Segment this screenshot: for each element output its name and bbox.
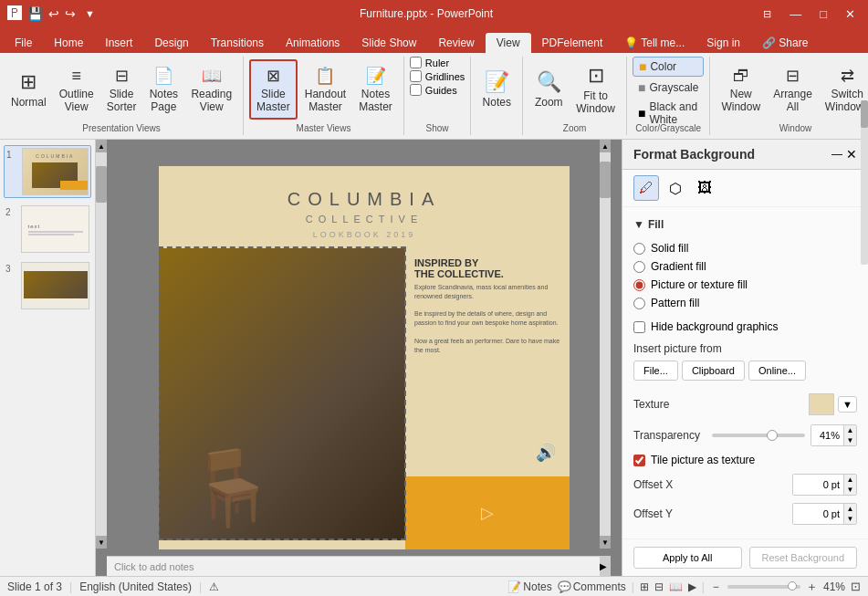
guides-check[interactable]: Guides xyxy=(410,84,465,96)
offset-y-value[interactable] xyxy=(793,504,843,524)
next-slide-btn[interactable]: ▶ xyxy=(600,561,607,571)
tab-view[interactable]: View xyxy=(486,33,531,53)
arrange-all-btn[interactable]: ⊟ ArrangeAll xyxy=(768,59,818,120)
zoom-btn[interactable]: 🔍 Zoom xyxy=(528,59,569,120)
texture-expand-btn[interactable]: ▼ xyxy=(838,396,857,413)
effects-icon-btn[interactable]: ⬡ xyxy=(663,175,688,201)
ribbon-display-btn[interactable]: ⊟ xyxy=(758,6,777,22)
notes-bar[interactable]: Click to add notes xyxy=(107,556,600,576)
normal-view-status-btn[interactable]: ⊞ xyxy=(640,580,649,593)
slide-thumb-1[interactable]: 1 COLUMBIA xyxy=(4,145,91,198)
notes-status-icon: 📝 xyxy=(507,580,521,593)
normal-view-btn[interactable]: ⊞ Normal xyxy=(5,59,52,120)
ruler-check[interactable]: Ruler xyxy=(410,57,465,68)
slide-master-btn[interactable]: ⊠ SlideMaster xyxy=(249,59,298,120)
handout-master-btn[interactable]: 📋 HandoutMaster xyxy=(299,59,351,120)
scroll-right-thumb[interactable] xyxy=(600,162,611,198)
tab-pdfelement[interactable]: PDFelement xyxy=(531,33,614,53)
tab-tell-me[interactable]: 💡Tell me... xyxy=(613,33,695,53)
fill-section-header[interactable]: ▼ Fill xyxy=(633,214,857,235)
transparency-down-btn[interactable]: ▼ xyxy=(843,435,856,445)
clipboard-btn[interactable]: Clipboard xyxy=(682,361,745,381)
slide-sorter-btn[interactable]: ⊟ SlideSorter xyxy=(101,59,142,120)
tab-animations[interactable]: Animations xyxy=(275,33,350,53)
redo-icon[interactable]: ↪ xyxy=(65,6,76,21)
reading-view-status-btn[interactable]: 📖 xyxy=(669,580,683,593)
close-btn[interactable]: ✕ xyxy=(840,5,861,23)
file-btn[interactable]: File... xyxy=(633,361,678,381)
slide-sorter-status-btn[interactable]: ⊟ xyxy=(654,580,664,593)
picture-texture-option[interactable]: Picture or texture fill xyxy=(633,278,857,291)
zoom-out-btn[interactable]: － xyxy=(710,579,722,595)
transparency-up-btn[interactable]: ▲ xyxy=(843,425,856,435)
scroll-up-btn[interactable]: ▲ xyxy=(96,140,107,152)
notes-status-btn[interactable]: 📝 Notes xyxy=(507,580,551,593)
presentation-view-status-btn[interactable]: ▶ xyxy=(688,580,696,593)
panel-close-icon[interactable]: ✕ xyxy=(846,147,857,162)
slide-thumb-2[interactable]: 2 text xyxy=(4,204,91,255)
scroll-right-down[interactable]: ▼ xyxy=(600,536,611,549)
gradient-fill-option[interactable]: Gradient fill xyxy=(633,260,857,273)
panel-minimize-icon[interactable]: — xyxy=(831,148,842,161)
minimize-btn[interactable]: — xyxy=(784,5,807,23)
offset-x-down-btn[interactable]: ▼ xyxy=(843,485,856,495)
offset-x-value[interactable] xyxy=(793,475,843,495)
scroll-right-up[interactable]: ▲ xyxy=(600,140,611,152)
notes-page-btn[interactable]: 📄 NotesPage xyxy=(143,59,183,120)
tab-review[interactable]: Review xyxy=(427,33,485,53)
save-icon[interactable]: 💾 xyxy=(27,6,43,21)
tab-transitions[interactable]: Transitions xyxy=(200,33,275,53)
gridlines-check[interactable]: Gridlines xyxy=(410,70,465,82)
tab-insert[interactable]: Insert xyxy=(94,33,143,53)
solid-fill-option[interactable]: Solid fill xyxy=(633,242,857,255)
texture-picker[interactable] xyxy=(809,393,834,415)
chair-icon: 🪑 xyxy=(186,445,277,531)
new-window-btn[interactable]: 🗗 NewWindow xyxy=(716,59,766,120)
color-btn[interactable]: ■ Color xyxy=(633,57,705,77)
panel-scrollbar[interactable] xyxy=(861,207,868,265)
slide-thumb-3[interactable]: 3 xyxy=(4,260,91,311)
accessibility-icon[interactable]: ⚠ xyxy=(209,580,219,593)
tab-home[interactable]: Home xyxy=(43,33,94,53)
grayscale-btn[interactable]: ■ Grayscale xyxy=(633,78,705,97)
apply-to-all-btn[interactable]: Apply to All xyxy=(633,547,742,569)
undo-icon[interactable]: ↩ xyxy=(48,6,59,21)
notes-btn[interactable]: 📝 Notes xyxy=(476,59,517,120)
hide-bg-checkbox[interactable]: Hide background graphics xyxy=(633,317,857,337)
reading-view-btn[interactable]: 📖 ReadingView xyxy=(185,59,237,120)
picture-icon-btn[interactable]: 🖼 xyxy=(692,175,717,201)
zoom-thumb[interactable] xyxy=(788,581,797,591)
fit-window-btn[interactable]: ⊡ Fit toWindow xyxy=(570,59,621,120)
maximize-btn[interactable]: □ xyxy=(814,5,832,23)
zoom-level-display[interactable]: 41% xyxy=(823,580,845,593)
transparency-slider[interactable] xyxy=(712,434,805,437)
tab-sign-in[interactable]: Sign in xyxy=(695,33,751,53)
tile-checkbox[interactable]: Tile picture as texture xyxy=(633,450,857,470)
offset-y-down-btn[interactable]: ▼ xyxy=(843,514,856,524)
insert-picture-label: Insert picture from xyxy=(633,342,722,355)
reset-background-btn[interactable]: Reset Background xyxy=(749,547,858,569)
tab-design[interactable]: Design xyxy=(143,33,199,53)
customize-icon[interactable]: ▼ xyxy=(85,8,95,19)
new-window-label: NewWindow xyxy=(721,88,760,113)
vertical-scrollbar-right[interactable]: ▲ ▼ xyxy=(600,140,611,549)
transparency-thumb[interactable] xyxy=(767,430,778,441)
tab-share[interactable]: 🔗 Share xyxy=(751,33,819,53)
fill-icon-btn[interactable]: 🖊 xyxy=(633,175,659,201)
online-btn[interactable]: Online... xyxy=(748,361,806,381)
zoom-in-btn[interactable]: ＋ xyxy=(806,579,818,595)
offset-y-up-btn[interactable]: ▲ xyxy=(843,504,856,514)
comments-status-btn[interactable]: 💬 Comments xyxy=(558,580,626,593)
scroll-down-btn[interactable]: ▼ xyxy=(96,536,107,549)
vertical-scrollbar-left[interactable]: ▲ ▼ xyxy=(96,140,107,549)
scroll-thumb[interactable] xyxy=(96,166,107,203)
transparency-value[interactable] xyxy=(811,425,843,445)
fit-slide-btn[interactable]: ⊡ xyxy=(851,580,861,593)
tab-file[interactable]: File xyxy=(4,33,43,53)
tab-slide-show[interactable]: Slide Show xyxy=(350,33,427,53)
offset-x-up-btn[interactable]: ▲ xyxy=(843,475,856,485)
pattern-fill-option[interactable]: Pattern fill xyxy=(633,297,857,309)
outline-view-btn[interactable]: ≡ OutlineView xyxy=(54,59,99,120)
notes-master-btn[interactable]: 📝 NotesMaster xyxy=(353,59,398,120)
zoom-slider[interactable] xyxy=(727,585,800,589)
